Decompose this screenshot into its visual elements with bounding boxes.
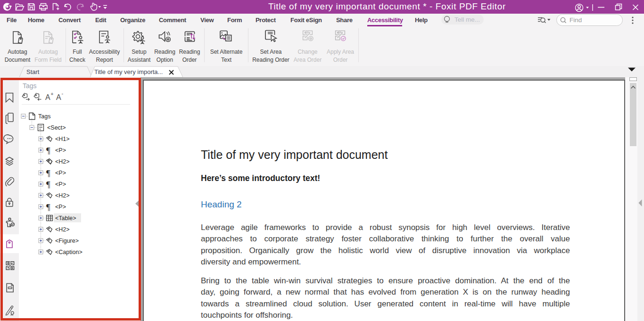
- svg-text:Title of my very importa...: Title of my very importa...: [94, 68, 163, 75]
- svg-text:Start: Start: [26, 68, 40, 75]
- svg-text:Tell me...: Tell me...: [454, 16, 480, 23]
- svg-text:Find: Find: [570, 16, 582, 24]
